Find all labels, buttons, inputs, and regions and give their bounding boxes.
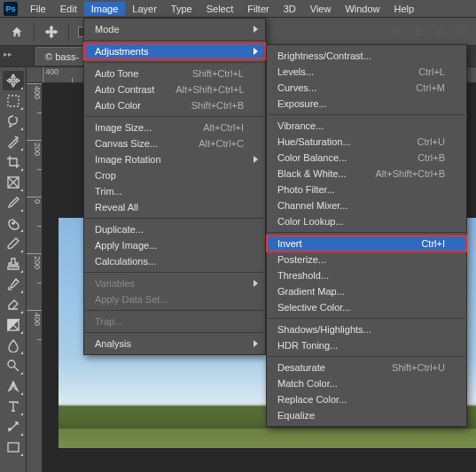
- move-tool-indicator[interactable]: [40, 21, 63, 43]
- menu-select[interactable]: Select: [199, 2, 241, 16]
- menu-type[interactable]: Type: [164, 2, 199, 16]
- adjust-menu-match-color[interactable]: Match Color...: [267, 375, 466, 391]
- tool-dodge[interactable]: [3, 356, 24, 375]
- svg-rect-4: [8, 443, 19, 452]
- adjust-menu-desaturate[interactable]: DesaturateShift+Ctrl+U: [267, 360, 466, 375]
- menu-item-label: Gradient Map...: [277, 286, 445, 297]
- submenu-arrow-icon: [254, 26, 258, 33]
- menu-item-label: Channel Mixer...: [277, 200, 445, 211]
- menu-item-label: Desaturate: [277, 362, 371, 373]
- menu-file[interactable]: File: [23, 2, 53, 16]
- menu-item-label: Posterize...: [277, 254, 445, 265]
- menu-separator: [85, 40, 264, 41]
- image-menu-apply-image[interactable]: Apply Image...: [84, 237, 265, 253]
- image-menu-crop[interactable]: Crop: [84, 167, 265, 183]
- image-menu-duplicate[interactable]: Duplicate...: [84, 221, 265, 237]
- panel-expand-icon[interactable]: ▸▸: [4, 50, 12, 58]
- tool-eyedrop[interactable]: [3, 193, 24, 213]
- menu-layer[interactable]: Layer: [125, 2, 164, 16]
- image-menu-image-rotation[interactable]: Image Rotation: [84, 151, 265, 167]
- ruler-tick: 200: [27, 140, 42, 197]
- adjust-menu-brightness-contrast[interactable]: Brightness/Contrast...: [267, 48, 466, 64]
- align-center-button[interactable]: [409, 23, 428, 41]
- ruler-tick: 400: [27, 310, 42, 367]
- image-menu-calculations[interactable]: Calculations...: [84, 253, 265, 269]
- menu-item-label: Equalize: [277, 410, 445, 421]
- adjust-menu-threshold[interactable]: Threshold...: [267, 267, 466, 283]
- tool-crop[interactable]: [3, 152, 24, 172]
- tool-path[interactable]: [3, 417, 24, 437]
- menu-item-label: Hue/Saturation...: [277, 136, 396, 147]
- adjust-menu-equalize[interactable]: Equalize: [267, 407, 466, 423]
- tool-gradient[interactable]: [3, 315, 24, 335]
- adjust-menu-color-balance[interactable]: Color Balance...Ctrl+B: [267, 150, 466, 166]
- adjust-menu-curves[interactable]: Curves...Ctrl+M: [267, 80, 466, 96]
- menu-item-label: Color Lookup...: [277, 216, 445, 227]
- document-tab[interactable]: © bass-: [35, 47, 89, 66]
- menu-window[interactable]: Window: [338, 2, 386, 16]
- tool-lasso[interactable]: [3, 112, 24, 131]
- tool-blur[interactable]: [3, 336, 24, 355]
- tool-stamp[interactable]: [3, 254, 24, 274]
- tool-brush[interactable]: [3, 234, 24, 253]
- adjust-menu-channel-mixer[interactable]: Channel Mixer...: [267, 197, 466, 213]
- adjust-menu-selective-color[interactable]: Selective Color...: [267, 299, 466, 315]
- menu-item-label: Selective Color...: [277, 302, 445, 313]
- menu-item-shortcut: Ctrl+L: [418, 66, 445, 77]
- image-menu-image-size[interactable]: Image Size...Alt+Ctrl+I: [84, 120, 265, 135]
- menu-item-label: Auto Color: [95, 100, 170, 111]
- adjust-menu-black-white[interactable]: Black & White...Alt+Shift+Ctrl+B: [267, 166, 466, 182]
- menu-view[interactable]: View: [303, 2, 339, 16]
- menu-item-shortcut: Ctrl+I: [421, 238, 445, 249]
- tool-history[interactable]: [3, 275, 24, 294]
- image-menu-adjustments[interactable]: Adjustments: [84, 43, 265, 59]
- adjust-menu-levels[interactable]: Levels...Ctrl+L: [267, 64, 466, 80]
- adjust-menu-gradient-map[interactable]: Gradient Map...: [267, 283, 466, 299]
- tool-wand[interactable]: [3, 132, 24, 151]
- image-menu-reveal-all[interactable]: Reveal All: [84, 199, 265, 215]
- tool-marquee[interactable]: [3, 91, 24, 111]
- menu-item-label: Mode: [95, 24, 244, 35]
- menu-image[interactable]: Image: [84, 2, 126, 16]
- adjust-menu-shadows-highlights[interactable]: Shadows/Highlights...: [267, 321, 466, 337]
- adjust-menu-invert[interactable]: InvertCtrl+I: [267, 236, 466, 251]
- image-menu-auto-tone[interactable]: Auto ToneShift+Ctrl+L: [84, 66, 265, 81]
- image-menu-auto-color[interactable]: Auto ColorShift+Ctrl+B: [84, 97, 265, 113]
- adjust-menu-hdr-toning[interactable]: HDR Toning...: [267, 337, 466, 353]
- image-menu-canvas-size[interactable]: Canvas Size...Alt+Ctrl+C: [84, 135, 265, 151]
- tool-patch[interactable]: [3, 213, 24, 233]
- align-buttons: [387, 23, 471, 41]
- home-button[interactable]: [5, 21, 28, 43]
- menu-3d[interactable]: 3D: [277, 2, 303, 16]
- tool-move[interactable]: [3, 71, 24, 90]
- tool-eraser[interactable]: [3, 295, 24, 314]
- menu-edit[interactable]: Edit: [53, 2, 84, 16]
- menu-filter[interactable]: Filter: [240, 2, 276, 16]
- tool-pen[interactable]: [3, 376, 24, 396]
- align-right-button[interactable]: [430, 23, 449, 41]
- menu-separator: [85, 332, 264, 333]
- menu-item-label: Apply Data Set...: [95, 294, 244, 305]
- adjust-menu-vibrance[interactable]: Vibrance...: [267, 118, 466, 134]
- tool-type[interactable]: [3, 397, 24, 416]
- adjust-menu-photo-filter[interactable]: Photo Filter...: [267, 182, 466, 197]
- align-top-button[interactable]: [451, 23, 471, 41]
- image-menu-mode[interactable]: Mode: [84, 21, 265, 37]
- image-menu-auto-contrast[interactable]: Auto ContrastAlt+Shift+Ctrl+L: [84, 81, 265, 97]
- adjust-menu-posterize[interactable]: Posterize...: [267, 251, 466, 267]
- adjust-menu-color-lookup[interactable]: Color Lookup...: [267, 213, 466, 229]
- menu-help[interactable]: Help: [387, 2, 422, 16]
- adjust-menu-exposure[interactable]: Exposure...: [267, 96, 466, 112]
- tool-frame[interactable]: [3, 173, 24, 192]
- adjust-menu-hue-saturation[interactable]: Hue/Saturation...Ctrl+U: [267, 134, 466, 150]
- menu-item-label: Trap...: [95, 316, 244, 327]
- menu-item-shortcut: Alt+Ctrl+C: [199, 138, 244, 149]
- adjust-menu-replace-color[interactable]: Replace Color...: [267, 391, 466, 407]
- menu-item-label: Reveal All: [95, 202, 244, 213]
- menu-item-label: Brightness/Contrast...: [277, 50, 445, 61]
- align-left-button[interactable]: [387, 23, 407, 41]
- image-menu-trim[interactable]: Trim...: [84, 183, 265, 199]
- menu-item-label: Threshold...: [277, 270, 445, 281]
- image-menu-analysis[interactable]: Analysis: [84, 336, 265, 352]
- tool-rect[interactable]: [3, 437, 24, 457]
